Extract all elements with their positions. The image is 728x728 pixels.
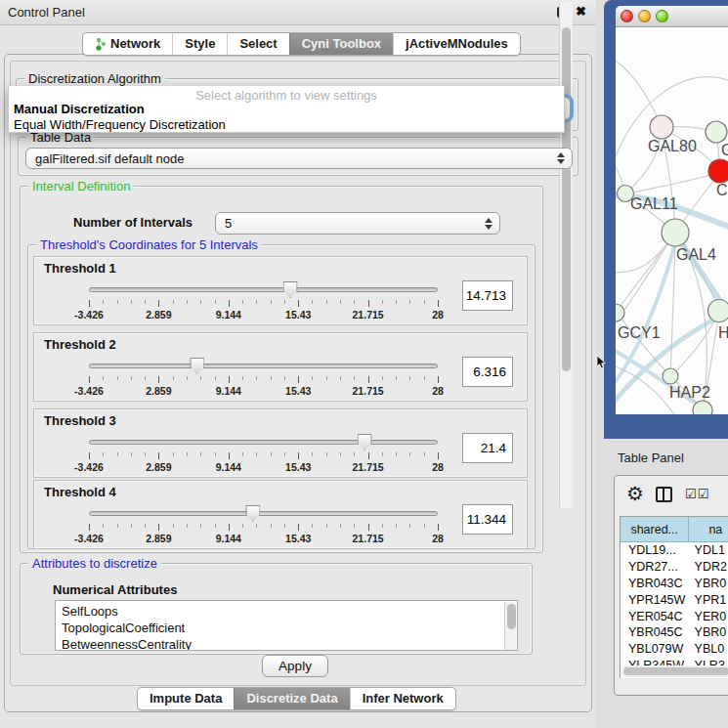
node-label: C bbox=[716, 182, 728, 198]
table-rows: YDL19...YDL1YDR27...YDR2YBR043CYBR0YPR14… bbox=[621, 542, 728, 666]
mouse-cursor bbox=[596, 356, 608, 369]
mac-minimize-button[interactable] bbox=[638, 10, 651, 22]
numerical-attributes-list[interactable]: SelfLoopsTopologicalCoefficientBetweenne… bbox=[55, 600, 518, 651]
gear-icon[interactable]: ⚙ bbox=[626, 482, 644, 505]
tick-mark bbox=[340, 452, 341, 456]
cell-name[interactable]: YBR0 bbox=[692, 625, 728, 639]
tab-style[interactable]: Style bbox=[172, 33, 227, 55]
tab-network[interactable]: Network bbox=[83, 33, 172, 55]
table-data-combobox[interactable]: galFiltered.sif default node bbox=[25, 148, 573, 169]
threshold-value-field[interactable]: 14.713 bbox=[462, 280, 513, 311]
slider-track[interactable] bbox=[89, 364, 438, 368]
network-canvas[interactable]: GAL80 GA C GAL11 GAL4 GCY1 H HAP2 bbox=[616, 27, 728, 414]
cell-name[interactable]: YBR0 bbox=[692, 577, 728, 590]
table-row[interactable]: YDL19...YDL1 bbox=[621, 542, 728, 559]
tick-mark bbox=[424, 524, 425, 528]
tick-mark bbox=[131, 376, 132, 380]
node-gal-top[interactable] bbox=[706, 121, 727, 143]
tick-mark bbox=[312, 452, 313, 456]
cell-name[interactable]: YER0 bbox=[692, 610, 728, 623]
scrollbar-thumb[interactable] bbox=[623, 667, 728, 675]
algorithm-option-manual[interactable]: Manual Discretization bbox=[14, 102, 145, 116]
node-gal80[interactable] bbox=[650, 115, 673, 139]
threshold-slider[interactable]: -3.4262.8599.14415.4321.71528 bbox=[89, 280, 438, 323]
column-header-shared-name[interactable]: shared... bbox=[621, 517, 689, 542]
tick-mark bbox=[229, 452, 230, 459]
attributes-scrollbar[interactable] bbox=[504, 602, 516, 651]
number-of-intervals-spinner[interactable]: 5 bbox=[215, 212, 500, 235]
tick-label: 9.144 bbox=[216, 385, 241, 397]
tick-label: -3.426 bbox=[74, 309, 104, 321]
tab-infer-network[interactable]: Infer Network bbox=[350, 688, 455, 709]
threshold-label: Threshold 1 bbox=[44, 261, 116, 276]
apply-button[interactable]: Apply bbox=[262, 655, 328, 677]
cell-shared-name[interactable]: YPR145W bbox=[621, 593, 692, 607]
tick-mark bbox=[340, 300, 341, 304]
tab-discretize-data[interactable]: Discretize Data bbox=[234, 688, 349, 709]
threshold-value-field[interactable]: 11.344 bbox=[462, 504, 513, 535]
algorithm-option-equal-width[interactable]: Equal Width/Frequency Discretization bbox=[14, 117, 226, 132]
column-header-name[interactable]: na bbox=[689, 517, 728, 542]
threshold-label: Threshold 2 bbox=[44, 337, 116, 352]
table-row[interactable]: YPR145WYPR1 bbox=[621, 591, 728, 608]
cell-name[interactable]: YDR2 bbox=[692, 560, 728, 574]
close-icon[interactable]: ✖ bbox=[576, 4, 586, 19]
main-vertical-scrollbar[interactable] bbox=[559, 2, 573, 508]
tick-mark bbox=[256, 524, 257, 528]
table-row[interactable]: YBR043CYBR0 bbox=[621, 576, 728, 592]
attribute-list-item[interactable]: TopologicalCoefficient bbox=[62, 620, 517, 636]
tick-mark bbox=[89, 376, 90, 383]
cell-name[interactable]: YPR1 bbox=[692, 593, 728, 607]
node-attribute-table: shared... na YDL19...YDL1YDR27...YDR2YBR… bbox=[620, 516, 728, 678]
scrollbar-thumb[interactable] bbox=[562, 27, 571, 371]
node-hap2[interactable] bbox=[663, 368, 678, 384]
threshold-value-field[interactable]: 21.4 bbox=[462, 433, 513, 463]
threshold-slider[interactable]: -3.4262.8599.14415.4321.71528 bbox=[89, 433, 438, 476]
scrollbar-thumb[interactable] bbox=[507, 604, 516, 629]
node-h[interactable] bbox=[708, 300, 728, 322]
threshold-slider[interactable]: -3.4262.8599.14415.4321.71528 bbox=[89, 504, 438, 547]
node-bottom[interactable] bbox=[693, 401, 712, 414]
threshold-value-field[interactable]: 6.316 bbox=[462, 357, 513, 387]
table-row[interactable]: YBL079WYBL0 bbox=[621, 641, 728, 658]
slider-thumb[interactable] bbox=[358, 434, 372, 450]
cell-name[interactable]: YBL0 bbox=[692, 642, 728, 656]
node-gal4[interactable] bbox=[662, 219, 689, 246]
tick-label: 15.43 bbox=[285, 533, 311, 544]
table-row[interactable]: YER054CYER0 bbox=[621, 608, 728, 624]
table-row[interactable]: YBR045CYBR0 bbox=[621, 624, 728, 641]
attribute-list-item[interactable]: BetweennessCentrality bbox=[62, 636, 517, 651]
slider-track[interactable] bbox=[89, 440, 438, 445]
table-row[interactable]: YDR27...YDR2 bbox=[621, 559, 728, 576]
node-gcy1[interactable] bbox=[616, 304, 624, 321]
tab-label: Impute Data bbox=[150, 691, 222, 706]
tab-impute-data[interactable]: Impute Data bbox=[138, 688, 234, 709]
slider-track[interactable] bbox=[89, 511, 438, 516]
tab-select[interactable]: Select bbox=[227, 33, 288, 55]
network-window-titlebar[interactable] bbox=[616, 6, 728, 27]
threshold-slider[interactable]: -3.4262.8599.14415.4321.71528 bbox=[89, 357, 438, 400]
cell-name[interactable]: YDL1 bbox=[692, 543, 728, 557]
tick-mark bbox=[312, 376, 313, 380]
columns-icon[interactable] bbox=[656, 487, 672, 502]
slider-thumb[interactable] bbox=[283, 281, 298, 298]
attribute-list-item[interactable]: SelfLoops bbox=[62, 603, 517, 620]
cell-shared-name[interactable]: YBR045C bbox=[621, 625, 692, 639]
control-panel-titlebar: Control Panel ✖ bbox=[0, 0, 596, 25]
network-nodes[interactable] bbox=[616, 115, 728, 414]
mac-close-button[interactable] bbox=[621, 10, 633, 22]
slider-thumb[interactable] bbox=[190, 358, 204, 374]
select-columns-icon[interactable]: ☑☑ bbox=[685, 487, 709, 501]
cell-shared-name[interactable]: YBL079W bbox=[621, 642, 692, 656]
mac-zoom-button[interactable] bbox=[656, 10, 668, 22]
tab-jactivemnodules[interactable]: jActiveMNodules bbox=[393, 33, 520, 55]
slider-track[interactable] bbox=[89, 287, 438, 292]
node-red[interactable] bbox=[708, 159, 728, 183]
table-horizontal-scrollbar[interactable] bbox=[621, 665, 728, 677]
cell-shared-name[interactable]: YDR27... bbox=[621, 560, 692, 574]
cell-shared-name[interactable]: YER054C bbox=[621, 610, 692, 623]
cell-shared-name[interactable]: YDL19... bbox=[621, 543, 692, 557]
slider-thumb[interactable] bbox=[245, 505, 260, 522]
tab-cyni-toolbox[interactable]: Cyni Toolbox bbox=[289, 33, 393, 55]
cell-shared-name[interactable]: YBR043C bbox=[621, 577, 692, 590]
